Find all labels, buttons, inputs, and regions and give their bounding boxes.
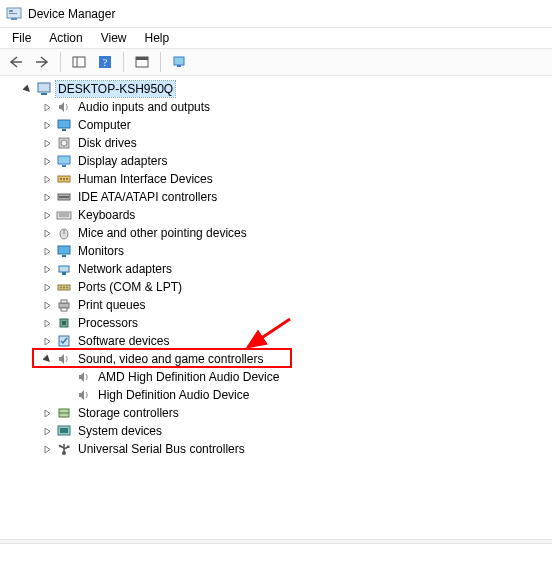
expander-icon[interactable] — [40, 316, 54, 330]
svg-rect-15 — [62, 129, 66, 131]
tree-device-label: AMD High Definition Audio Device — [96, 369, 281, 385]
tree-category[interactable]: Keyboards — [4, 206, 552, 224]
tree-category-label: Keyboards — [76, 207, 137, 223]
tree-device-label: High Definition Audio Device — [96, 387, 251, 403]
speaker-icon — [56, 351, 72, 367]
show-hide-console-tree-button[interactable] — [67, 51, 91, 73]
tree-category-label: Universal Serial Bus controllers — [76, 441, 247, 457]
expander-icon[interactable] — [40, 244, 54, 258]
tree-category[interactable]: Mice and other pointing devices — [4, 224, 552, 242]
expander-icon[interactable] — [40, 280, 54, 294]
expander-icon[interactable] — [40, 406, 54, 420]
tree-root[interactable]: DESKTOP-KSH950Q — [4, 80, 552, 98]
svg-rect-21 — [60, 178, 62, 180]
tree-category[interactable]: Display adapters — [4, 152, 552, 170]
svg-rect-19 — [62, 165, 66, 167]
tree-category[interactable]: Human Interface Devices — [4, 170, 552, 188]
help-button[interactable]: ? — [93, 51, 117, 73]
expander-icon[interactable] — [40, 100, 54, 114]
monitor-icon — [56, 117, 72, 133]
display-icon — [56, 153, 72, 169]
tree-category-label: Monitors — [76, 243, 126, 259]
svg-rect-22 — [63, 178, 65, 180]
scan-hardware-button[interactable] — [167, 51, 191, 73]
tree-category[interactable]: Disk drives — [4, 134, 552, 152]
toolbar: ? — [0, 48, 552, 76]
speaker-icon — [56, 99, 72, 115]
monitor-icon — [56, 243, 72, 259]
menu-file[interactable]: File — [4, 29, 39, 47]
svg-text:?: ? — [103, 57, 108, 68]
cpu-icon — [56, 315, 72, 331]
tree-category[interactable]: Audio inputs and outputs — [4, 98, 552, 116]
computer-icon — [36, 81, 52, 97]
menu-view[interactable]: View — [93, 29, 135, 47]
window-title: Device Manager — [28, 7, 115, 21]
hid-icon — [56, 171, 72, 187]
ide-icon — [56, 189, 72, 205]
system-icon — [56, 423, 72, 439]
svg-point-38 — [66, 287, 68, 289]
expander-icon[interactable] — [40, 118, 54, 132]
svg-rect-18 — [58, 156, 70, 164]
expander-icon[interactable] — [40, 172, 54, 186]
device-tree[interactable]: DESKTOP-KSH950Q Audio inputs and outputs… — [0, 76, 552, 567]
tree-category-label: Audio inputs and outputs — [76, 99, 212, 115]
tree-category-label: Sound, video and game controllers — [76, 351, 265, 367]
tree-category[interactable]: System devices — [4, 422, 552, 440]
tree-category[interactable]: Universal Serial Bus controllers — [4, 440, 552, 458]
tree-category[interactable]: Processors — [4, 314, 552, 332]
svg-rect-4 — [73, 57, 85, 67]
svg-rect-31 — [58, 246, 70, 254]
expander-icon[interactable] — [40, 352, 54, 366]
tree-category[interactable]: Network adapters — [4, 260, 552, 278]
expander-icon[interactable] — [40, 190, 54, 204]
tree-category-label: Human Interface Devices — [76, 171, 215, 187]
svg-rect-2 — [9, 13, 17, 14]
menu-action[interactable]: Action — [41, 29, 90, 47]
expander-icon[interactable] — [40, 424, 54, 438]
tree-category[interactable]: Software devices — [4, 332, 552, 350]
expander-icon[interactable] — [40, 136, 54, 150]
forward-button[interactable] — [30, 51, 54, 73]
svg-rect-1 — [9, 10, 13, 12]
menu-help[interactable]: Help — [137, 29, 178, 47]
tree-category-label: Mice and other pointing devices — [76, 225, 249, 241]
expander-icon[interactable] — [40, 262, 54, 276]
disk-icon — [56, 135, 72, 151]
tree-device[interactable]: AMD High Definition Audio Device — [4, 368, 552, 386]
svg-rect-9 — [136, 57, 148, 60]
tree-category[interactable]: Sound, video and game controllers — [4, 350, 552, 368]
tree-category[interactable]: IDE ATA/ATAPI controllers — [4, 188, 552, 206]
tree-category[interactable]: Storage controllers — [4, 404, 552, 422]
tree-category-label: Print queues — [76, 297, 147, 313]
tree-category-label: Storage controllers — [76, 405, 181, 421]
tree-category-label: Display adapters — [76, 153, 169, 169]
expander-icon[interactable] — [40, 154, 54, 168]
mouse-icon — [56, 225, 72, 241]
svg-rect-25 — [59, 196, 69, 198]
tree-category[interactable]: Ports (COM & LPT) — [4, 278, 552, 296]
expander-icon[interactable] — [40, 334, 54, 348]
expander-icon[interactable] — [40, 298, 54, 312]
back-button[interactable] — [4, 51, 28, 73]
tree-category[interactable]: Computer — [4, 116, 552, 134]
tree-category[interactable]: Print queues — [4, 296, 552, 314]
footer — [0, 543, 552, 567]
tree-category-label: System devices — [76, 423, 164, 439]
port-icon — [56, 279, 72, 295]
tree-category[interactable]: Monitors — [4, 242, 552, 260]
tree-device[interactable]: High Definition Audio Device — [4, 386, 552, 404]
keyboard-icon — [56, 207, 72, 223]
tree-root-label: DESKTOP-KSH950Q — [56, 81, 175, 97]
svg-rect-13 — [41, 93, 47, 95]
usb-icon — [56, 441, 72, 457]
speaker-icon — [76, 369, 92, 385]
svg-rect-43 — [62, 321, 66, 325]
expander-icon[interactable] — [40, 226, 54, 240]
expander-icon[interactable] — [40, 208, 54, 222]
properties-button[interactable] — [130, 51, 154, 73]
expander-icon[interactable] — [20, 82, 34, 96]
svg-rect-34 — [62, 272, 66, 275]
expander-icon[interactable] — [40, 442, 54, 456]
